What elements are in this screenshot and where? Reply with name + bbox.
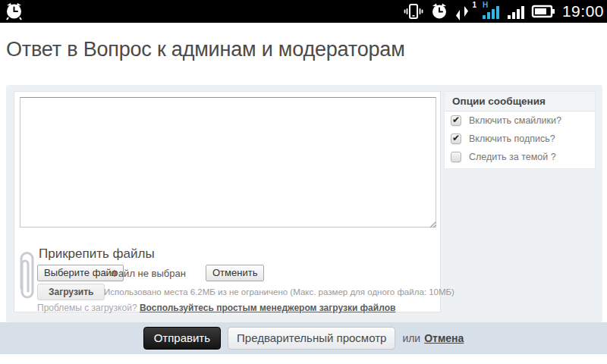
status-bar: 1 H 19:00	[0, 0, 607, 23]
page-title: Ответ в Вопрос к админам и модераторам	[6, 38, 405, 61]
checkmark-icon: ✔	[452, 115, 460, 124]
attach-files-heading: Прикрепить файлы	[39, 246, 155, 262]
cancel-link[interactable]: Отмена	[424, 332, 464, 344]
option-label[interactable]: Включить подпись?	[469, 133, 555, 144]
compose-box: Прикрепить файлы Выберите файл Файл не в…	[14, 91, 441, 312]
data-arrows-icon: 1	[454, 2, 477, 21]
network-number-label: 1	[472, 1, 476, 9]
checkbox-enable-signature[interactable]: ✔	[451, 133, 461, 144]
option-label[interactable]: Следить за темой ?	[469, 152, 556, 162]
upload-problems-row: Проблемы с загрузкой? Воспользуйтесь про…	[37, 303, 395, 313]
option-label[interactable]: Включить смайлики?	[469, 115, 561, 126]
footer-action-bar: Отправить Предварительный просмотр или О…	[0, 322, 607, 354]
checkbox-watch-topic[interactable]	[451, 152, 461, 162]
no-file-selected-text: Файл не выбран	[111, 268, 186, 279]
vibrate-icon	[403, 2, 424, 20]
checkmark-icon: ✔	[452, 133, 460, 143]
file-input-row: Выберите файл Файл не выбран Отменить	[37, 265, 432, 281]
option-enable-smilies[interactable]: ✔ Включить смайлики?	[445, 111, 595, 130]
paperclip-icon	[16, 247, 37, 309]
battery-icon	[531, 2, 555, 20]
status-time: 19:00	[561, 2, 604, 20]
message-options-title: Опции сообщения	[445, 92, 595, 111]
upload-button[interactable]: Загрузить	[37, 284, 105, 300]
signal-bars-white-icon	[508, 2, 526, 21]
signal-bars-blue-icon: H	[483, 2, 502, 21]
alarm-clock-icon	[429, 2, 449, 20]
submit-button[interactable]: Отправить	[143, 327, 221, 350]
upload-manager-link[interactable]: Воспользуйтесь простым менеджером загруз…	[140, 303, 395, 313]
screen: 1 H 19:00 Ответ в Вопрос к админам и мод…	[0, 0, 607, 364]
option-enable-signature[interactable]: ✔ Включить подпись?	[445, 130, 595, 148]
upload-problems-text: Проблемы с загрузкой?	[37, 303, 140, 313]
alarm-clock-icon	[5, 2, 24, 20]
checkbox-enable-smilies[interactable]: ✔	[451, 115, 461, 126]
preview-button[interactable]: Предварительный просмотр	[228, 327, 395, 350]
option-watch-topic[interactable]: Следить за темой ?	[445, 148, 595, 166]
cancel-file-button[interactable]: Отменить	[206, 265, 264, 281]
upload-row: Загрузить Использовано места 6.2МБ из не…	[37, 284, 438, 300]
message-textarea[interactable]	[20, 97, 436, 228]
storage-usage-text: Использовано места 6.2МБ из не ограничен…	[104, 287, 454, 297]
message-options-panel: Опции сообщения ✔ Включить смайлики? ✔ В…	[444, 91, 596, 169]
or-text: или	[402, 332, 420, 344]
